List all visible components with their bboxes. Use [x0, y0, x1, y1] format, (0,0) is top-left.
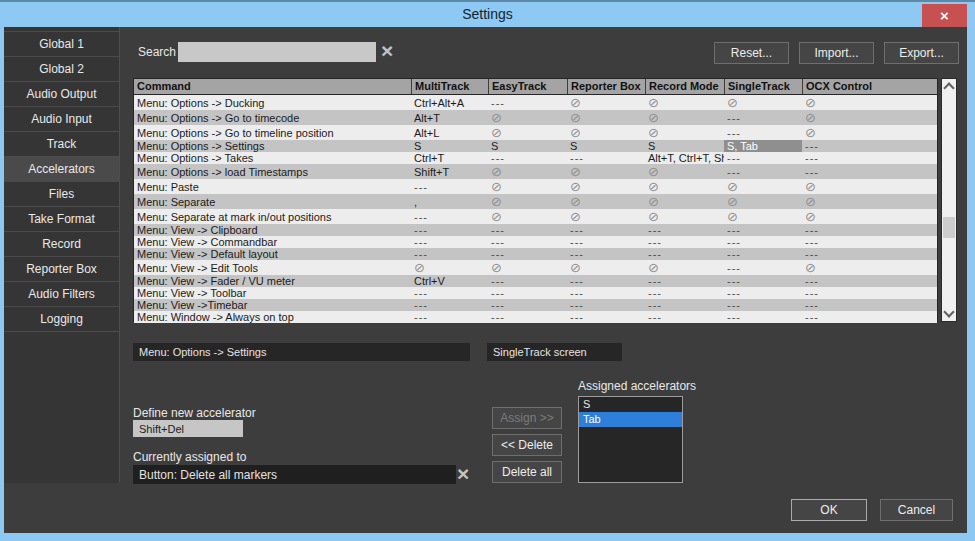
accelerator-cell[interactable]: S, Tab	[724, 140, 802, 152]
table-row[interactable]: Menu: Options -> SettingsSSSSS, Tab---	[134, 140, 937, 152]
accelerator-cell[interactable]: ---	[411, 287, 488, 299]
accelerator-cell[interactable]: ⊘	[567, 260, 645, 275]
accelerator-cell[interactable]: ---	[645, 275, 724, 287]
command-cell[interactable]: Menu: Separate at mark in/out positions	[134, 209, 411, 224]
table-row[interactable]: Menu: View -> Edit Tools⊘⊘⊘⊘---⊘	[134, 260, 937, 275]
accelerator-cell[interactable]: ---	[567, 236, 645, 248]
command-cell[interactable]: Menu: Window -> Always on top	[134, 311, 411, 323]
accelerator-cell[interactable]: ---	[802, 164, 937, 179]
assign-button[interactable]: Assign >>	[492, 407, 562, 429]
accelerator-cell[interactable]: Ctrl+V	[411, 275, 488, 287]
sidebar-item-audio-output[interactable]: Audio Output	[4, 82, 119, 107]
command-cell[interactable]: Menu: View -> Clipboard	[134, 224, 411, 236]
accelerator-cell[interactable]: ---	[411, 209, 488, 224]
scroll-down-button[interactable]	[942, 306, 956, 321]
accelerator-cell[interactable]: ---	[567, 248, 645, 260]
table-row[interactable]: Menu: Options -> Go to timecodeAlt+T⊘⊘⊘-…	[134, 110, 937, 125]
accelerator-cell[interactable]: ⊘	[645, 209, 724, 224]
accelerator-cell[interactable]: ⊘	[724, 194, 802, 209]
command-cell[interactable]: Menu: Separate	[134, 194, 411, 209]
accelerator-cell[interactable]: ⊘	[645, 260, 724, 275]
accelerator-cell[interactable]: Alt+T, Ctrl+T, Shi	[645, 152, 724, 164]
accelerator-cell[interactable]: ---	[645, 311, 724, 323]
accelerator-cell[interactable]: ---	[645, 248, 724, 260]
accelerator-cell[interactable]: ⊘	[645, 95, 724, 110]
accelerator-cell[interactable]: ⊘	[567, 179, 645, 194]
column-header-command[interactable]: Command	[134, 79, 411, 94]
accelerator-cell[interactable]: ---	[488, 275, 567, 287]
accelerator-cell[interactable]: ---	[411, 311, 488, 323]
accelerator-cell[interactable]: ---	[802, 140, 937, 152]
accelerator-cell[interactable]: ---	[802, 248, 937, 260]
accelerator-cell[interactable]: ⊘	[411, 260, 488, 275]
accelerator-cell[interactable]: ,	[411, 194, 488, 209]
accelerator-list-item[interactable]: S	[579, 397, 682, 412]
command-cell[interactable]: Menu: View -> Fader / VU meter	[134, 275, 411, 287]
accelerator-cell[interactable]: ---	[802, 287, 937, 299]
table-row[interactable]: Menu: Options -> TakesCtrl+T------Alt+T,…	[134, 152, 937, 164]
accelerator-cell[interactable]: ---	[802, 224, 937, 236]
table-row[interactable]: Menu: View -> Commandbar----------------…	[134, 236, 937, 248]
accelerator-cell[interactable]: ---	[645, 236, 724, 248]
accelerator-cell[interactable]: ⊘	[724, 95, 802, 110]
table-row[interactable]: Menu: Window -> Always on top-----------…	[134, 311, 937, 323]
sidebar-item-take-format[interactable]: Take Format	[4, 207, 119, 232]
accelerator-cell[interactable]: S	[645, 140, 724, 152]
import-button[interactable]: Import...	[799, 42, 874, 64]
accelerator-cell[interactable]: ⊘	[802, 125, 937, 140]
command-cell[interactable]: Menu: Options -> Settings	[134, 140, 411, 152]
accelerator-cell[interactable]: ---	[411, 179, 488, 194]
accelerator-cell[interactable]: ⊘	[567, 194, 645, 209]
accelerator-list-item[interactable]: Tab	[579, 412, 682, 427]
accelerator-cell[interactable]: S	[488, 140, 567, 152]
accelerator-cell[interactable]: ⊘	[724, 179, 802, 194]
command-cell[interactable]: Menu: View -> Toolbar	[134, 287, 411, 299]
sidebar-item-track[interactable]: Track	[4, 132, 119, 157]
accelerator-cell[interactable]: ⊘	[488, 194, 567, 209]
sidebar-item-reporter-box[interactable]: Reporter Box	[4, 257, 119, 282]
accelerator-cell[interactable]: ---	[724, 125, 802, 140]
command-cell[interactable]: Menu: View ->Timebar	[134, 299, 411, 311]
accelerator-cell[interactable]: ---	[567, 287, 645, 299]
clear-assignment-icon[interactable]: ×	[457, 464, 469, 484]
column-header-record-mode[interactable]: Record Mode	[645, 79, 724, 94]
assigned-accelerators-list[interactable]: STab	[578, 396, 683, 483]
table-scrollbar[interactable]	[941, 78, 957, 322]
accelerator-cell[interactable]: ---	[724, 287, 802, 299]
accelerator-cell[interactable]: Ctrl+T	[411, 152, 488, 164]
accelerator-cell[interactable]: ⊘	[567, 125, 645, 140]
command-cell[interactable]: Menu: Paste	[134, 179, 411, 194]
column-header-multitrack[interactable]: MultiTrack	[411, 79, 488, 94]
scroll-up-button[interactable]	[942, 79, 956, 94]
new-accelerator-input[interactable]: Shift+Del	[133, 420, 243, 437]
accelerator-cell[interactable]: ⊘	[802, 194, 937, 209]
search-clear-icon[interactable]: ×	[381, 41, 393, 61]
command-cell[interactable]: Menu: View -> Edit Tools	[134, 260, 411, 275]
accelerator-cell[interactable]: ---	[724, 224, 802, 236]
command-cell[interactable]: Menu: Options -> Go to timecode	[134, 110, 411, 125]
table-row[interactable]: Menu: Options -> DuckingCtrl+Alt+A---⊘⊘⊘…	[134, 95, 937, 110]
table-row[interactable]: Menu: View -> Fader / VU meterCtrl+V----…	[134, 275, 937, 287]
table-row[interactable]: Menu: Paste---⊘⊘⊘⊘⊘	[134, 179, 937, 194]
accelerator-cell[interactable]: ⊘	[567, 95, 645, 110]
accelerator-cell[interactable]: ⊘	[802, 260, 937, 275]
column-header-ocx-control[interactable]: OCX Control	[802, 79, 937, 94]
sidebar-item-global-1[interactable]: Global 1	[4, 31, 119, 57]
accelerator-cell[interactable]: ---	[488, 299, 567, 311]
titlebar[interactable]: Settings ×	[0, 0, 975, 27]
accelerator-cell[interactable]: ⊘	[802, 95, 937, 110]
sidebar-item-audio-input[interactable]: Audio Input	[4, 107, 119, 132]
accelerator-cell[interactable]: ⊘	[645, 194, 724, 209]
column-header-easytrack[interactable]: EasyTrack	[488, 79, 567, 94]
accelerator-cell[interactable]: ---	[488, 95, 567, 110]
accelerator-cell[interactable]: ⊘	[567, 164, 645, 179]
accelerator-cell[interactable]: ---	[802, 275, 937, 287]
accelerator-cell[interactable]: ---	[724, 164, 802, 179]
accelerator-cell[interactable]: ---	[724, 236, 802, 248]
accelerator-cell[interactable]: S	[567, 140, 645, 152]
accelerator-cell[interactable]: ---	[724, 110, 802, 125]
accelerator-cell[interactable]: ---	[802, 299, 937, 311]
table-row[interactable]: Menu: Separate at mark in/out positions-…	[134, 209, 937, 224]
table-row[interactable]: Menu: View ->Timebar------------------	[134, 299, 937, 311]
accelerator-cell[interactable]: ---	[567, 275, 645, 287]
